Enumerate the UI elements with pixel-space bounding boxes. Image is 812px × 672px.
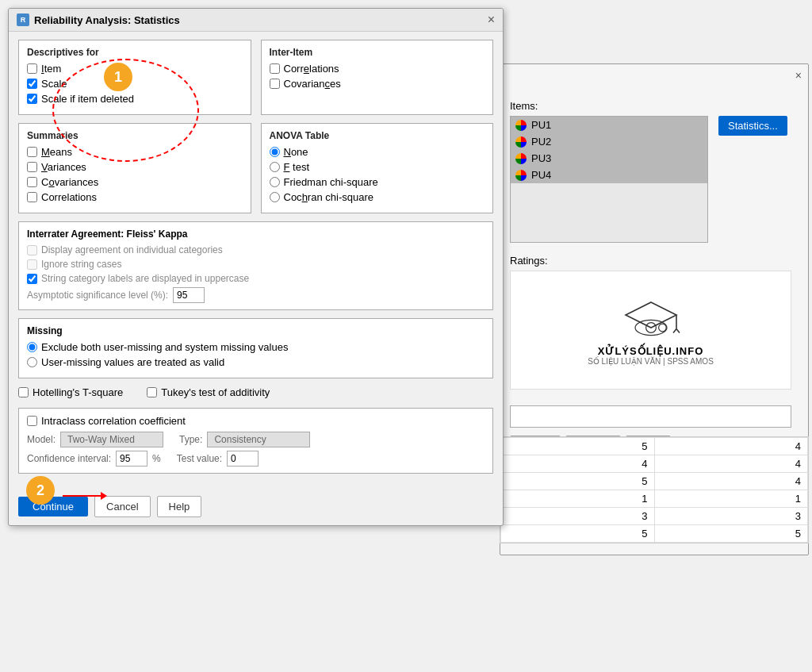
dialog-title: Reliability Analysis: Statistics [34,14,180,26]
variances-label: Variances [41,161,86,173]
table-row: 54 [501,473,808,490]
missing-title: Missing [27,325,485,336]
main-dialog: R Reliability Analysis: Statistics × Des… [8,8,504,526]
list-item[interactable]: PU1 [511,117,707,133]
missing-user-radio[interactable] [27,357,37,367]
scale-checkbox-row: Scale [27,78,243,90]
table-cell: 5 [501,438,655,455]
ci-field-group: Confidence interval: % [27,451,161,467]
tukey-row: Tukey's test of additivity [147,386,270,398]
table-cell: 4 [654,473,808,490]
table-cell: 4 [654,455,808,473]
scale-deleted-label: Scale if item deleted [41,93,134,105]
hotelling-checkbox[interactable] [18,387,29,397]
means-checkbox[interactable] [27,147,37,157]
anova-none-label: None [284,146,308,158]
summaries-section: Summaries Means Variances Covariances Co… [18,123,251,213]
descriptives-section: Descriptives for Item Scale Scale if ite… [18,40,251,115]
inter-item-title: Inter-Item [270,47,485,58]
table-row: 44 [501,455,808,473]
dialog-titlebar: R Reliability Analysis: Statistics × [9,9,503,32]
correlations2-checkbox[interactable] [27,192,37,202]
anova-cochran-radio[interactable] [270,192,280,202]
arrow-2-icon [63,495,102,497]
logo-box: XỬLÝSỐLIỆU.INFO SỐ LIỆU LUẬN VĂN | SPSS … [510,271,791,390]
variances-checkbox[interactable] [27,162,37,172]
scale-checkbox[interactable] [27,79,37,89]
intraclass-label: Intraclass correlation coefficient [41,415,186,427]
anova-section: ANOVA Table None F test Friedman chi-squ… [261,123,494,213]
kappa-display-row: Display agreement on individual categori… [27,244,485,255]
model-input[interactable] [60,432,163,447]
svg-marker-0 [626,302,676,328]
item-label: PU1 [531,119,551,131]
inter-item-section: Inter-Item Correlations Covariances [261,40,494,115]
correlations-checkbox-row: Correlations [270,63,485,75]
correlations-checkbox[interactable] [270,63,280,74]
anova-cochran-row: Cochran chi-square [270,191,485,203]
kappa-display-checkbox [27,245,37,255]
table-cell: 5 [501,473,655,490]
missing-user-label: User-missing values are treated as valid [41,356,224,368]
kappa-ignore-checkbox [27,259,37,270]
kappa-title: Interrater Agreement: Fleiss' Kappa [27,228,485,240]
anova-none-radio[interactable] [270,147,280,157]
dialog-body: Descriptives for Item Scale Scale if ite… [9,32,503,491]
scale-deleted-checkbox-row: Scale if item deleted [27,93,243,105]
anova-friedman-label: Friedman chi-square [284,176,378,188]
scale-deleted-checkbox[interactable] [27,94,37,104]
model-type-row: Model: Type: [27,432,485,447]
item-label: PU2 [531,136,551,148]
continue-button[interactable]: Continue [18,497,88,516]
item-label: Item [41,63,61,75]
item-dot-icon [515,170,527,181]
anova-friedman-radio[interactable] [270,177,280,187]
kappa-string-labels-row: String category labels are displayed in … [27,273,485,284]
test-label: Test value: [177,453,222,464]
type-input[interactable] [207,432,310,447]
missing-section: Missing Exclude both user-missing and sy… [18,318,493,378]
dialog-icon: R [17,13,29,26]
variances-checkbox-row: Variances [27,161,243,173]
tukey-label: Tukey's test of additivity [161,386,270,398]
item-checkbox-row: Item [27,63,243,75]
missing-exclude-label: Exclude both user-missing and system mis… [41,341,288,353]
anova-f-row: F test [270,161,485,173]
ratings-label: Ratings: [510,255,548,267]
right-panel-search-input[interactable] [510,405,791,428]
list-item[interactable]: PU2 [511,133,707,150]
right-panel-close-button[interactable]: × [795,69,802,82]
svg-line-3 [673,329,676,333]
help-dialog-button[interactable]: Help [157,496,202,517]
item-dot-icon [515,136,527,148]
intraclass-checkbox[interactable] [27,416,37,426]
ci-input[interactable] [116,451,147,467]
table-cell: 1 [654,490,808,508]
item-dot-icon [515,120,527,131]
anova-f-radio[interactable] [270,162,280,172]
means-label: Means [41,146,72,158]
list-item[interactable]: PU4 [511,167,707,183]
item-dot-icon [515,153,527,164]
ci-label: Confidence interval: [27,453,111,464]
dialog-close-button[interactable]: × [488,13,495,26]
list-item[interactable]: PU3 [511,150,707,167]
item-checkbox[interactable] [27,63,37,74]
hotelling-label: Hotelling's T-square [33,386,123,398]
covariances-checkbox[interactable] [270,79,280,89]
kappa-ignore-label: Ignore string cases [41,259,121,270]
item-label: PU3 [531,152,551,164]
kappa-string-labels-checkbox[interactable] [27,274,37,284]
kappa-sig-input[interactable] [173,287,205,303]
hotelling-row: Hotelling's T-square [18,386,123,398]
statistics-button[interactable]: Statistics... [718,116,787,136]
table-row: 33 [501,508,808,525]
missing-exclude-radio[interactable] [27,342,37,352]
covariances-checkbox-row: Covariances [270,78,485,90]
tukey-checkbox[interactable] [147,387,157,397]
items-listbox[interactable]: PU1 PU2 PU3 PU4 [510,116,708,243]
data-table: 544454113355 [500,436,809,543]
summaries-title: Summaries [27,130,243,141]
covariances2-checkbox[interactable] [27,177,37,187]
test-input[interactable] [227,451,259,467]
